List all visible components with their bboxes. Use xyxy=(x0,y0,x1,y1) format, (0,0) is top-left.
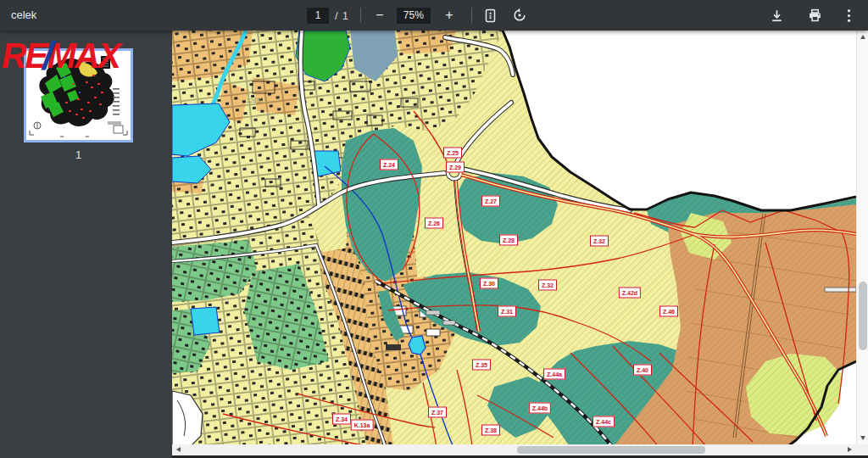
zone-label: Z.37 xyxy=(428,407,447,418)
remax-logo: RE / MAX xyxy=(2,35,120,75)
thumbnail-page-number: 1 xyxy=(24,148,133,161)
rotate-ccw-icon xyxy=(512,8,527,23)
print-icon xyxy=(808,8,822,23)
vertical-scrollbar-thumb[interactable] xyxy=(859,282,867,350)
page-separator: / xyxy=(335,9,338,22)
zoom-out-button[interactable]: − xyxy=(370,5,390,25)
zone-label: Z.34 xyxy=(332,414,351,425)
zone-label: Z.29 xyxy=(446,162,465,173)
more-options-button[interactable] xyxy=(843,5,854,25)
zone-label: Z.40 xyxy=(633,365,652,376)
download-button[interactable] xyxy=(766,5,787,25)
pdf-page-canvas[interactable]: Z.24Z.25Z.29Z.27Z.26Z.28Z.32Z.30Z.32Z.42… xyxy=(172,31,856,444)
zone-label: Z.25 xyxy=(443,148,462,159)
page-number-input[interactable]: 1 xyxy=(307,8,329,24)
zone-label: Z.32 xyxy=(590,236,609,247)
zone-label: Z.42d xyxy=(619,288,641,299)
zone-label: Z.44b xyxy=(529,403,551,414)
scroll-up-icon[interactable] xyxy=(860,35,865,39)
zoom-in-button[interactable]: + xyxy=(439,5,459,25)
zone-label: Z.44a xyxy=(543,369,565,380)
zone-label: Z.26 xyxy=(425,218,443,229)
horizontal-scrollbar-thumb[interactable] xyxy=(517,446,706,454)
toolbar-divider xyxy=(471,8,472,23)
zoom-level-input[interactable]: 75% xyxy=(397,8,431,24)
fit-page-icon xyxy=(483,8,498,23)
print-button[interactable] xyxy=(804,5,825,25)
scroll-down-icon[interactable] xyxy=(860,436,865,440)
thumbnail-sidebar: 1 RE / MAX xyxy=(0,31,172,458)
zone-label: Z.44c xyxy=(593,416,615,427)
zone-label: Z.35 xyxy=(472,360,491,371)
remax-logo-re: RE xyxy=(2,39,47,75)
download-icon xyxy=(770,8,784,23)
rotate-button[interactable] xyxy=(509,5,530,25)
pdf-toolbar: celek 1 / 1 − 75% + xyxy=(0,0,868,31)
document-title: celek xyxy=(11,8,36,21)
zone-label: Z.27 xyxy=(481,196,500,207)
toolbar-divider xyxy=(360,8,361,23)
zone-label: Z.38 xyxy=(481,425,500,436)
more-vert-icon xyxy=(847,8,851,23)
scroll-right-icon[interactable] xyxy=(848,447,852,452)
zone-label: Z.31 xyxy=(498,306,516,317)
vertical-scrollbar[interactable] xyxy=(856,31,868,444)
zone-label: Z.46 xyxy=(659,306,678,317)
fit-page-button[interactable] xyxy=(481,5,501,25)
toolbar-right-controls xyxy=(766,0,854,31)
toolbar-center-controls: 1 / 1 − 75% + xyxy=(307,0,530,31)
page-total: 1 xyxy=(342,9,348,22)
parcel-number-label: 22811 xyxy=(247,98,263,103)
remax-logo-slash: / xyxy=(42,36,52,76)
zone-label: K.13a xyxy=(351,420,374,431)
zone-label: Z.24 xyxy=(380,159,398,170)
zone-label: Z.28 xyxy=(499,235,518,246)
scroll-left-icon[interactable] xyxy=(176,447,181,452)
horizontal-scrollbar[interactable] xyxy=(172,444,856,455)
scrollbar-corner xyxy=(856,444,868,455)
remax-logo-max: MAX xyxy=(47,39,120,75)
zone-label: Z.32 xyxy=(538,280,557,291)
zone-label: Z.30 xyxy=(480,278,498,289)
